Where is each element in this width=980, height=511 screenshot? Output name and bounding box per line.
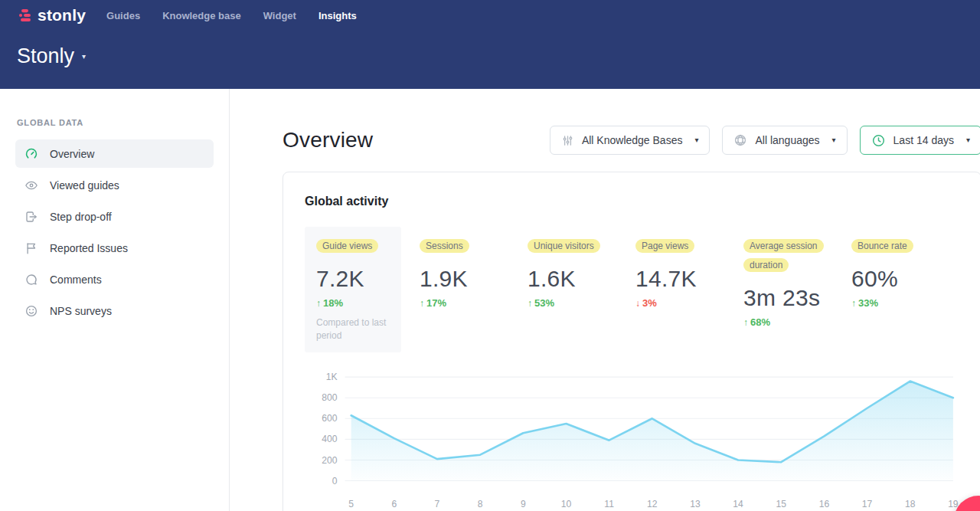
metric-change-value: 17% [426, 297, 446, 309]
filters-bar: All Knowledge Bases▾All languages▾Last 1… [550, 126, 980, 155]
filter-last-14-days[interactable]: Last 14 days▾ [860, 126, 980, 155]
arrow-down-icon: ↓ [635, 298, 640, 309]
metric-label: Average session duration [743, 239, 824, 272]
svg-text:600: 600 [322, 414, 337, 424]
page-title: Overview [283, 128, 373, 152]
metrics-row: Guide views7.2K↑18%Compared to last peri… [305, 227, 959, 352]
sidebar-item-label: NPS surveys [50, 305, 112, 317]
nav-item-guides[interactable]: Guides [106, 10, 140, 21]
svg-text:11: 11 [604, 499, 614, 509]
metric-label-highlight: Sessions [420, 236, 505, 255]
sidebar-item-label: Reported Issues [50, 242, 128, 254]
metric-value: 14.7K [635, 266, 743, 292]
svg-text:7: 7 [435, 499, 440, 509]
metric-value: 3m 23s [743, 285, 851, 311]
metric-change-value: 18% [323, 297, 343, 309]
metric-label-highlight: Average session duration [743, 236, 829, 274]
svg-text:400: 400 [322, 434, 337, 445]
chevron-down-icon: ▾ [82, 53, 86, 61]
metric-label-highlight: Bounce rate [851, 236, 937, 255]
sidebar-item-reported-issues[interactable]: Reported Issues [15, 234, 214, 262]
chevron-down-icon: ▾ [694, 136, 698, 144]
arrow-up-icon: ↑ [528, 298, 532, 309]
metric-change-value: 53% [534, 297, 554, 309]
metric-change-value: 3% [642, 297, 657, 309]
arrow-up-icon: ↑ [316, 298, 321, 309]
card-title: Global activity [305, 195, 959, 208]
metric-change: ↑17% [420, 297, 528, 309]
metric-value: 60% [851, 266, 959, 292]
metric-label: Guide views [316, 239, 378, 253]
sidebar-item-label: Viewed guides [50, 179, 119, 192]
svg-text:8: 8 [478, 499, 483, 509]
global-activity-card: Global activity Guide views7.2K↑18%Compa… [283, 172, 980, 511]
metric-label-highlight: Page views [635, 236, 721, 255]
top-nav-menu: GuidesKnowledge baseWidgetInsights [106, 10, 357, 21]
metric-change: ↑18% [316, 297, 390, 309]
svg-text:5: 5 [348, 499, 354, 509]
activity-chart: 02004006008001K5678910111213141516171819 [305, 368, 959, 511]
metric-guide-views[interactable]: Guide views7.2K↑18%Compared to last peri… [305, 227, 401, 352]
filter-all-knowledge-bases[interactable]: All Knowledge Bases▾ [550, 126, 710, 155]
step-dropoff-icon [24, 210, 38, 224]
metric-sessions[interactable]: Sessions1.9K↑17% [420, 227, 528, 309]
metric-label: Bounce rate [851, 239, 913, 253]
metric-value: 7.2K [316, 266, 390, 292]
comment-icon [24, 273, 38, 287]
stonly-logo[interactable]: stonly [17, 6, 86, 25]
svg-text:9: 9 [521, 499, 526, 509]
metric-average-session-duration[interactable]: Average session duration3m 23s↑68% [743, 227, 851, 328]
svg-text:15: 15 [776, 499, 786, 509]
svg-text:12: 12 [647, 499, 658, 509]
metric-note: Compared to last period [316, 316, 390, 342]
metric-page-views[interactable]: Page views14.7K↓3% [635, 227, 743, 309]
sidebar: GLOBAL DATA OverviewViewed guidesStep dr… [0, 89, 230, 511]
sidebar-item-step-drop-off[interactable]: Step drop-off [15, 202, 214, 231]
workspace-switcher[interactable]: Stonly ▾ [17, 44, 86, 68]
sidebar-item-label: Comments [50, 274, 102, 286]
flag-icon [24, 241, 38, 255]
nav-item-widget[interactable]: Widget [263, 10, 296, 21]
sidebar-section-label: GLOBAL DATA [17, 118, 214, 127]
svg-text:1K: 1K [326, 372, 338, 383]
nav-item-insights[interactable]: Insights [318, 10, 357, 21]
main-content: Overview All Knowledge Bases▾All languag… [230, 89, 980, 511]
svg-text:200: 200 [322, 455, 337, 466]
nav-item-knowledge-base[interactable]: Knowledge base [162, 10, 241, 21]
metric-change-value: 68% [750, 316, 770, 328]
chevron-down-icon: ▾ [832, 136, 836, 144]
filter-all-languages[interactable]: All languages▾ [722, 126, 847, 155]
clock-icon [871, 133, 886, 148]
metric-label: Sessions [420, 239, 469, 253]
sidebar-item-label: Overview [50, 148, 94, 160]
chevron-down-icon: ▾ [966, 136, 970, 144]
arrow-up-icon: ↑ [420, 298, 424, 309]
svg-text:13: 13 [690, 499, 701, 509]
top-navbar: stonly GuidesKnowledge baseWidgetInsight… [0, 0, 980, 89]
arrow-up-icon: ↑ [851, 298, 856, 309]
filter-label: All languages [755, 134, 819, 146]
metric-unique-visitors[interactable]: Unique visitors1.6K↑53% [528, 227, 635, 309]
metric-change-value: 33% [858, 297, 878, 309]
metric-value: 1.6K [528, 266, 635, 292]
globe-icon [733, 133, 747, 147]
gauge-icon [24, 147, 38, 161]
metric-change: ↑33% [851, 297, 959, 309]
svg-text:0: 0 [332, 476, 338, 486]
metric-change: ↑53% [528, 297, 635, 309]
sidebar-item-viewed-guides[interactable]: Viewed guides [15, 171, 214, 199]
metric-label: Unique visitors [528, 239, 600, 253]
metric-label-highlight: Guide views [316, 236, 390, 255]
eye-icon [24, 179, 38, 192]
metric-bounce-rate[interactable]: Bounce rate60%↑33% [851, 227, 959, 309]
sidebar-item-label: Step drop-off [50, 211, 112, 223]
smiley-icon [24, 304, 38, 318]
sidebar-item-overview[interactable]: Overview [15, 139, 214, 168]
svg-text:10: 10 [561, 499, 572, 509]
svg-text:17: 17 [862, 499, 873, 509]
logo-text: stonly [38, 6, 86, 25]
filter-label: Last 14 days [893, 134, 954, 146]
metric-label-highlight: Unique visitors [528, 236, 613, 255]
sidebar-item-comments[interactable]: Comments [15, 265, 214, 293]
sidebar-item-nps-surveys[interactable]: NPS surveys [15, 296, 214, 325]
